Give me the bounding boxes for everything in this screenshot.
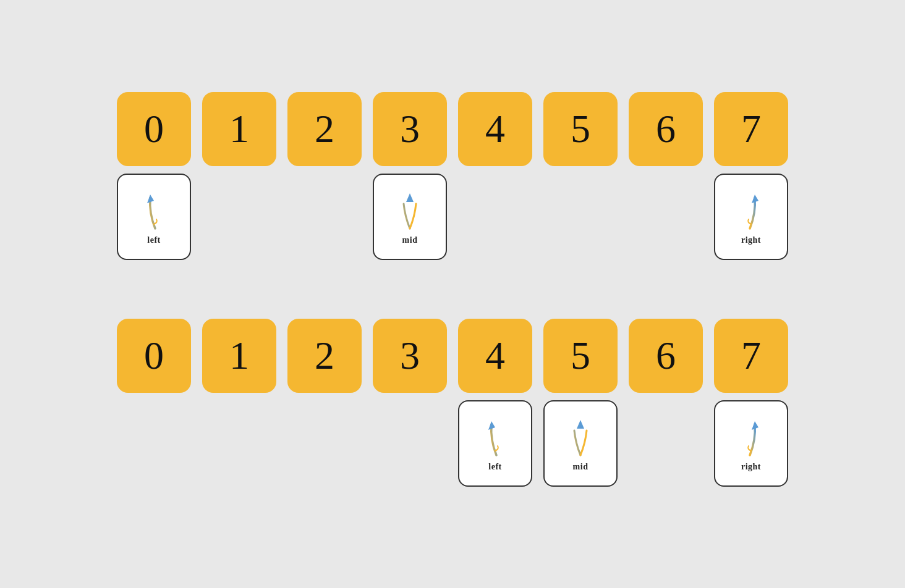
- left-arrow-icon: [137, 188, 171, 232]
- tile2-5[interactable]: 5: [543, 319, 618, 393]
- tile-6[interactable]: 6: [629, 92, 703, 166]
- right-arrow-icon-1: [734, 188, 768, 232]
- svg-marker-0: [147, 195, 154, 203]
- pointer-mid-2[interactable]: mid: [543, 400, 618, 487]
- left-arrow-icon-2: [478, 415, 512, 458]
- tile-0[interactable]: 0: [117, 92, 191, 166]
- svg-marker-4: [577, 420, 584, 429]
- svg-marker-1: [406, 193, 414, 202]
- pointer-row-2: left mid: [117, 400, 788, 496]
- tile-4[interactable]: 4: [458, 92, 532, 166]
- tile2-2[interactable]: 2: [287, 319, 362, 393]
- pointer-right-1[interactable]: right: [714, 174, 788, 260]
- tile2-3[interactable]: 3: [373, 319, 447, 393]
- pointer-label-right-2: right: [741, 462, 761, 472]
- tile-5[interactable]: 5: [543, 92, 618, 166]
- tile-3[interactable]: 3: [373, 92, 447, 166]
- tile2-6[interactable]: 6: [629, 319, 703, 393]
- mid-arrow-icon: [393, 188, 427, 232]
- tile2-0[interactable]: 0: [117, 319, 191, 393]
- tile2-1[interactable]: 1: [202, 319, 276, 393]
- svg-marker-5: [752, 421, 758, 430]
- pointer-label-left-1: left: [147, 235, 160, 245]
- tile2-7[interactable]: 7: [714, 319, 788, 393]
- tile-1[interactable]: 1: [202, 92, 276, 166]
- number-row-2: 0 1 2 3 4 5 6 7: [117, 319, 788, 393]
- pointer-label-mid-1: mid: [402, 235, 418, 245]
- mid-arrow-icon-2: [563, 415, 598, 458]
- section-1: 0 1 2 3 4 5 6 7: [117, 92, 788, 269]
- tile-2[interactable]: 2: [287, 92, 362, 166]
- svg-marker-2: [752, 195, 758, 203]
- svg-marker-3: [488, 421, 495, 430]
- pointer-left-1[interactable]: left: [117, 174, 191, 260]
- tile-7[interactable]: 7: [714, 92, 788, 166]
- right-arrow-icon-2: [734, 415, 768, 458]
- pointer-mid-1[interactable]: mid: [373, 174, 447, 260]
- number-row-1: 0 1 2 3 4 5 6 7: [117, 92, 788, 166]
- pointer-right-2[interactable]: right: [714, 400, 788, 487]
- pointer-left-2[interactable]: left: [458, 400, 532, 487]
- pointer-label-right-1: right: [741, 235, 761, 245]
- pointer-label-left-2: left: [488, 462, 501, 472]
- pointer-row-1: left mid: [117, 174, 788, 269]
- section-2: 0 1 2 3 4 5 6 7 left: [117, 319, 788, 496]
- tile2-4[interactable]: 4: [458, 319, 532, 393]
- pointer-label-mid-2: mid: [573, 462, 588, 472]
